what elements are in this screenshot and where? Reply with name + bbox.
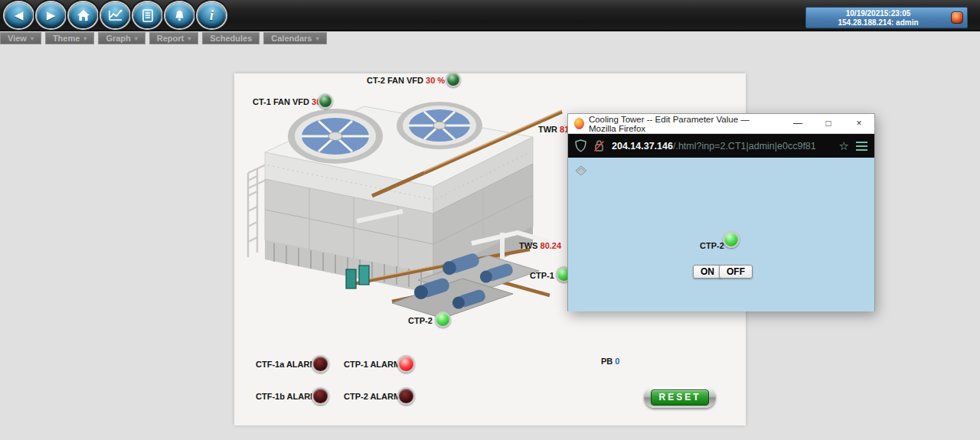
forward-icon: ▶ — [47, 8, 56, 22]
forward-button[interactable]: ▶ — [37, 2, 65, 28]
chevron-down-icon: ▾ — [31, 35, 34, 42]
insecure-lock-icon[interactable] — [593, 139, 605, 152]
chevron-down-icon: ▾ — [316, 35, 319, 42]
menu-hamburger-icon[interactable] — [856, 142, 867, 151]
reset-button-label: RESET — [651, 389, 709, 406]
close-button[interactable]: × — [844, 114, 874, 134]
cooling-tower-graphic — [242, 80, 571, 332]
ctf1a-alarm-indicator[interactable] — [312, 355, 329, 373]
alarm-bell-icon — [173, 9, 186, 22]
menu-calendars[interactable]: Calendars ▾ — [263, 32, 326, 44]
url-bar[interactable]: 204.14.37.146/.html?inp=2.CT1|admin|e0cc… — [612, 141, 832, 152]
reset-button[interactable]: RESET — [644, 386, 716, 408]
popup-param-label: CTP-2 — [700, 241, 724, 250]
ctf1b-alarm-indicator[interactable] — [312, 387, 329, 405]
ct2-fan-indicator[interactable] — [446, 72, 461, 87]
report-button[interactable] — [133, 2, 162, 28]
popup-content: CTP-2 ON OFF — [568, 158, 874, 311]
window-controls: — □ × — [782, 114, 874, 134]
twr-label: TWR 81 — [538, 125, 569, 134]
menu-view[interactable]: View ▾ — [0, 32, 41, 44]
back-icon: ◀ — [15, 8, 24, 22]
popup-title: Cooling Tower -- Edit Parameter Value — … — [589, 115, 778, 133]
ct2-fan-vfd-label: CT-2 FAN VFD 30 % — [367, 76, 445, 85]
menu-schedules[interactable]: Schedules — [202, 32, 260, 44]
home-button[interactable] — [69, 2, 97, 28]
ctp1-alarm-indicator[interactable] — [397, 355, 415, 373]
broken-image-icon — [575, 165, 587, 176]
pb-label: PB 0 — [601, 357, 619, 366]
alarms-button[interactable] — [165, 2, 194, 28]
alarm-status-icon[interactable] — [951, 11, 963, 24]
ctf1b-alarm-label: CTF-1b ALARM — [256, 392, 317, 401]
ct1-fan-indicator[interactable] — [318, 93, 333, 109]
session-status-box: 10/19/20215:23:05 154.28.188.214: admin — [805, 7, 968, 28]
firefox-logo-icon — [574, 118, 584, 129]
ctf1a-alarm-label: CTF-1a ALARM — [256, 360, 317, 369]
menu-graph[interactable]: Graph ▾ — [98, 32, 145, 44]
ctp2-label: CTP-2 — [408, 316, 433, 325]
on-button[interactable]: ON — [693, 265, 722, 279]
status-datetime: 10/19/20215:23:05 — [809, 9, 947, 18]
report-document-icon — [142, 9, 154, 22]
tws-label: TWS 80.24 — [519, 241, 561, 250]
info-button[interactable]: i — [198, 2, 226, 28]
trend-graph-button[interactable] — [101, 2, 129, 28]
menu-report[interactable]: Report ▾ — [149, 32, 198, 44]
shield-icon[interactable] — [575, 139, 586, 152]
url-host: 204.14.37.146 — [612, 141, 673, 152]
home-icon — [77, 9, 90, 21]
trend-chart-icon — [109, 9, 122, 21]
ctp2-alarm-indicator[interactable] — [397, 387, 415, 405]
info-icon: i — [210, 7, 214, 24]
bookmark-star-icon[interactable]: ☆ — [839, 134, 849, 158]
back-button[interactable]: ◀ — [5, 2, 33, 28]
top-toolbar: ◀ ▶ — [0, 0, 980, 31]
ctp1-alarm-label: CTP-1 ALARM — [344, 360, 400, 369]
browser-navbar: 204.14.37.146/.html?inp=2.CT1|admin|e0cc… — [568, 134, 874, 158]
menu-theme[interactable]: Theme ▾ — [45, 32, 94, 44]
off-button[interactable]: OFF — [719, 265, 753, 279]
ct2-fan-vfd-value: 30 % — [426, 76, 445, 85]
tws-value: 80.24 — [541, 241, 562, 250]
ctp2-alarm-label: CTP-2 ALARM — [344, 392, 400, 401]
popup-ctp2-indicator[interactable] — [723, 231, 740, 248]
chevron-down-icon: ▾ — [83, 35, 87, 42]
pb-value: 0 — [615, 357, 619, 366]
status-session-user: 154.28.188.214: admin — [809, 18, 947, 28]
chevron-down-icon: ▾ — [135, 35, 138, 42]
popup-titlebar[interactable]: Cooling Tower -- Edit Parameter Value — … — [568, 114, 874, 134]
menu-bar: View ▾ Theme ▾ Graph ▾ Report ▾ Schedule… — [0, 32, 327, 44]
maximize-button[interactable]: □ — [813, 114, 844, 134]
url-path: /.html?inp=2.CT1|admin|e0cc9f81 — [673, 141, 816, 152]
popup-window: Cooling Tower -- Edit Parameter Value — … — [567, 113, 875, 311]
scada-screen: ◀ ▶ — [0, 0, 980, 440]
ctp1-label: CTP-1 — [530, 271, 554, 280]
chevron-down-icon: ▾ — [188, 35, 191, 42]
ctp2-indicator[interactable] — [435, 311, 451, 328]
minimize-button[interactable]: — — [782, 114, 813, 134]
